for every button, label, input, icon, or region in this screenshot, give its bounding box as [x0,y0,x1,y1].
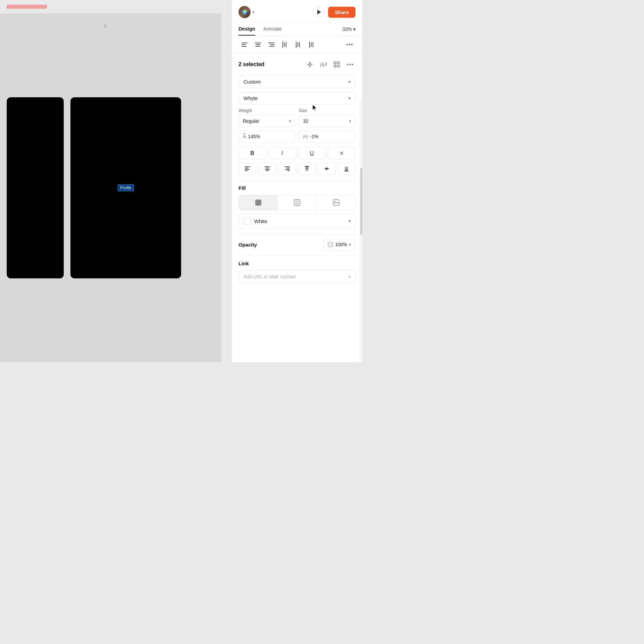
opacity-control[interactable]: 100% ▾ [323,239,356,250]
svg-rect-13 [298,43,298,47]
svg-rect-23 [337,62,339,64]
align-right-button[interactable] [265,39,277,50]
fill-solid-button[interactable] [239,195,278,210]
zoom-control[interactable]: 33% ▾ [342,26,356,35]
divider-2 [238,234,356,234]
svg-point-28 [352,64,353,65]
grid-button[interactable] [331,59,342,70]
panel-content[interactable]: 2 selected |AA Custom ▾ [232,54,362,362]
text-align-right-button[interactable] [278,163,296,175]
header-actions: Share [313,7,356,18]
typeface-chevron-icon: ▾ [348,96,351,101]
underline-button[interactable]: U [298,147,326,159]
text-style-row: B I U ≡ [238,147,356,159]
align-left-button[interactable] [238,39,251,50]
canvas-content[interactable]: 8 Profile [0,13,221,362]
opacity-chevron-icon: ▾ [349,243,351,247]
weight-dropdown[interactable]: Regular ▾ [238,115,296,127]
letter-spacing-icon: |A| [303,134,308,139]
svg-rect-44 [324,168,329,169]
color-selector[interactable]: White ▾ [238,214,356,228]
opacity-row: Opacity 100% ▾ [238,239,356,250]
selection-actions: |AA [305,59,356,70]
svg-point-26 [347,64,348,65]
text-align-left-button[interactable] [238,163,256,175]
fill-section-title: Fill [238,185,356,191]
svg-rect-12 [296,42,297,48]
text-align-center-button[interactable] [258,163,276,175]
line-height-input[interactable]: A 145% [238,130,296,143]
vertical-align-middle-button[interactable] [318,163,336,175]
vertical-align-top-button[interactable] [298,163,316,175]
svg-rect-33 [265,166,270,167]
align-middle-button[interactable] [292,39,304,50]
svg-rect-16 [311,43,312,47]
text-size-button[interactable]: |AA [318,59,329,70]
size-dropdown[interactable]: 32 ▾ [299,115,356,127]
svg-rect-47 [344,171,349,171]
align-bottom-button[interactable] [306,39,318,50]
typeface-label: Whyte [244,95,258,101]
svg-rect-41 [305,166,309,167]
vertical-align-bottom-button[interactable] [338,163,356,175]
link-input[interactable]: Add URL or slide number ▾ [238,270,356,283]
list-button[interactable]: ≡ [328,147,356,159]
scrollbar-thumb[interactable] [360,168,362,235]
svg-rect-17 [313,42,313,47]
svg-rect-31 [245,169,250,170]
svg-rect-38 [286,168,290,168]
divider-3 [238,256,356,256]
italic-button[interactable]: I [268,147,296,159]
letter-spacing-input[interactable]: |A| -1% [299,130,356,143]
align-top-button[interactable] [279,39,291,50]
color-label: White [254,218,345,224]
fill-pattern-button[interactable] [278,195,317,210]
typeface-dropdown[interactable]: Whyte ▾ [238,92,356,105]
line-height-icon: A [243,134,246,139]
align-more-button[interactable] [343,39,356,50]
svg-rect-24 [334,65,336,67]
svg-rect-34 [266,168,269,168]
font-family-dropdown[interactable]: Custom ▾ [238,75,356,88]
font-family-label: Custom [244,79,261,85]
svg-rect-30 [245,168,248,168]
svg-rect-10 [284,43,285,47]
color-chevron-icon: ▾ [348,219,351,223]
share-button[interactable]: Share [328,7,356,18]
bold-button[interactable]: B [238,147,266,159]
link-section: Link Add URL or slide number ▾ [238,261,356,283]
scrollbar-track[interactable] [360,101,362,362]
letter-spacing-value: -1% [310,134,318,139]
svg-text:|AA: |AA [320,62,327,67]
sparkle-button[interactable] [305,59,315,70]
svg-rect-0 [241,43,248,43]
canvas-top-bar [0,0,221,13]
more-options-button[interactable] [345,59,356,70]
italic-icon: I [281,150,283,156]
svg-rect-22 [334,62,336,64]
right-panel: 🌍 ▾ Share Design Animate 33% ▾ [231,0,362,362]
bold-icon: B [251,150,255,156]
opacity-value: 100% [335,242,347,247]
align-center-h-button[interactable] [252,39,264,50]
fill-image-button[interactable] [317,195,355,210]
pink-bar-decoration [7,5,47,9]
weight-chevron-icon: ▾ [289,119,291,123]
svg-rect-56 [333,200,339,206]
weight-size-row: Regular ▾ 32 ▾ [238,115,356,127]
phone-card-center[interactable]: Profile [70,97,181,278]
color-swatch [244,217,251,225]
svg-rect-1 [241,44,246,45]
tab-design[interactable]: Design [238,26,255,36]
svg-rect-25 [337,65,339,67]
svg-rect-3 [255,43,261,43]
tab-animate[interactable]: Animate [263,26,282,36]
link-chevron-icon: ▾ [348,274,351,279]
svg-point-20 [351,44,353,45]
play-button[interactable] [313,7,324,17]
svg-rect-7 [270,44,274,45]
user-avatar-button[interactable]: 🌍 ▾ [238,6,255,18]
profile-label[interactable]: Profile [118,184,134,191]
link-section-title: Link [238,261,356,266]
svg-rect-15 [309,42,310,48]
